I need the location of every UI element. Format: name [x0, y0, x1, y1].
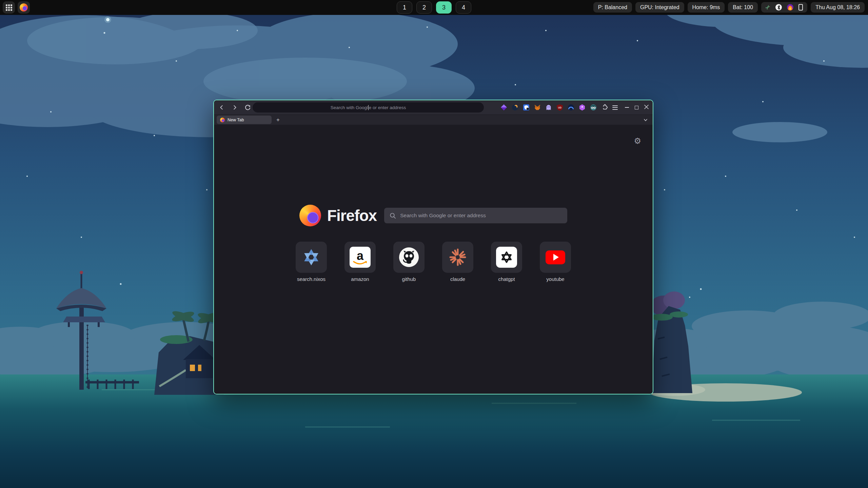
shortcut-label: github: [402, 276, 416, 282]
shortcut-label: chatgpt: [498, 276, 515, 282]
shortcut-youtube[interactable]: youtube: [540, 242, 571, 282]
workspace-button-3-active[interactable]: 3: [436, 1, 452, 14]
battery-widget[interactable]: Bat: 100: [728, 2, 758, 13]
extension-spy-icon[interactable]: [590, 104, 597, 111]
workspace-button-1[interactable]: 1: [397, 1, 412, 14]
url-placeholder-left: Search with Googl: [331, 105, 368, 110]
shortcut-label: amazon: [351, 276, 369, 282]
search-magnifier-icon: [390, 212, 396, 219]
claude-starburst-icon: [449, 248, 467, 266]
extension-proton-orb-icon[interactable]: [512, 104, 518, 111]
firefox-window: Search with Googl e or enter address: [213, 100, 653, 394]
apps-grid-icon: [6, 4, 12, 11]
device-icon[interactable]: [798, 4, 803, 11]
tab-title: New Tab: [228, 118, 244, 122]
hut-window-lit: [190, 365, 195, 371]
ping-widget[interactable]: Home: 9ms: [688, 2, 725, 13]
navigation-toolbar: Search with Googl e or enter address: [214, 100, 653, 115]
tab-bar: New Tab +: [214, 115, 653, 125]
firefox-wordmark: Firefox: [327, 206, 377, 225]
workspace-button-2[interactable]: 2: [416, 1, 432, 14]
svg-text:UD: UD: [558, 106, 561, 109]
window-minimize-button[interactable]: [625, 107, 629, 108]
url-bar[interactable]: Search with Googl e or enter address: [253, 102, 484, 113]
desktop: 1 2 3 4 P: Balanced GPU: Integrated Home…: [0, 0, 868, 488]
amazon-letter: a: [357, 251, 363, 261]
window-close-button[interactable]: [644, 104, 649, 110]
nixos-snowflake-icon: [302, 248, 320, 266]
window-maximize-button[interactable]: [635, 106, 638, 109]
shortcut-search-nixos[interactable]: search.nixos: [296, 242, 327, 282]
app-launcher-button[interactable]: [3, 1, 15, 14]
extension-ublock-shield-icon[interactable]: UD: [556, 104, 563, 111]
extension-ghost-icon[interactable]: [545, 104, 552, 111]
workspace-switcher: 1 2 3 4: [397, 1, 471, 14]
reload-button[interactable]: [244, 104, 251, 111]
firefox-launcher-button[interactable]: [18, 1, 30, 14]
extension-shield-lock-icon[interactable]: [523, 104, 530, 111]
youtube-play-icon: [546, 250, 565, 264]
extensions-puzzle-icon[interactable]: [601, 104, 608, 111]
extension-hex-asterisk-icon[interactable]: *: [579, 104, 586, 111]
scissors-icon[interactable]: ✂: [764, 3, 772, 11]
tab-favicon-firefox-icon: [220, 118, 225, 122]
extension-nordvpn-arc-icon[interactable]: [568, 104, 574, 111]
firefox-branding: Firefox: [299, 205, 377, 226]
system-tray: ✂: [761, 2, 807, 13]
list-all-tabs-chevron-icon[interactable]: [643, 118, 648, 124]
new-tab-page: ⚙ Firefox Search with Google or enter ad…: [214, 125, 653, 394]
url-placeholder-right: e or enter address: [369, 105, 406, 110]
shortcut-github[interactable]: github: [393, 242, 425, 282]
firefox-icon: [20, 3, 28, 12]
extension-gem-icon[interactable]: [500, 104, 507, 111]
chatgpt-icon: [496, 247, 517, 268]
shortcut-chatgpt[interactable]: chatgpt: [491, 242, 522, 282]
workspace-button-4[interactable]: 4: [456, 1, 471, 14]
menu-hamburger-button[interactable]: [612, 105, 618, 110]
bluetooth-icon[interactable]: [775, 4, 782, 11]
amazon-icon: a: [350, 247, 371, 268]
shortcut-label: youtube: [546, 276, 564, 282]
firefox-logo-large-icon: [299, 205, 321, 226]
clock-widget[interactable]: Thu Aug 08, 18:26: [811, 2, 865, 13]
newtab-search-placeholder: Search with Google or enter address: [400, 212, 486, 219]
shortcut-claude[interactable]: claude: [442, 242, 473, 282]
power-profile-widget[interactable]: P: Balanced: [593, 2, 632, 13]
shortcut-amazon[interactable]: a amazon: [344, 242, 376, 282]
back-button[interactable]: [218, 104, 225, 111]
new-tab-button[interactable]: +: [276, 117, 280, 123]
gpu-mode-widget[interactable]: GPU: Integrated: [635, 2, 684, 13]
shortcut-label: claude: [450, 276, 465, 282]
shortcut-tiles: search.nixos a amazon: [214, 242, 653, 282]
newtab-search-input[interactable]: Search with Google or enter address: [384, 208, 567, 223]
top-status-bar: 1 2 3 4 P: Balanced GPU: Integrated Home…: [0, 0, 868, 15]
tab-new-tab[interactable]: New Tab: [217, 116, 272, 124]
extension-metamask-fox-icon[interactable]: [534, 104, 541, 111]
personalize-gear-icon[interactable]: ⚙: [634, 137, 641, 145]
github-octocat-icon: [399, 247, 419, 267]
forward-button[interactable]: [231, 104, 238, 111]
flame-icon[interactable]: [787, 4, 793, 11]
shortcut-label: search.nixos: [297, 276, 326, 282]
